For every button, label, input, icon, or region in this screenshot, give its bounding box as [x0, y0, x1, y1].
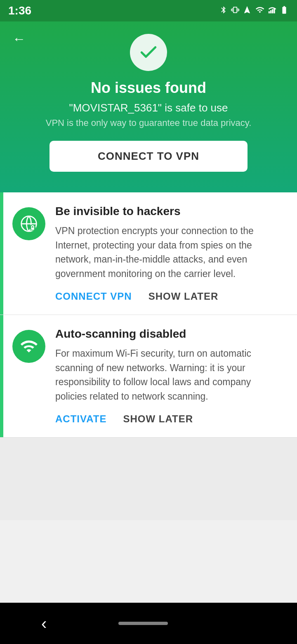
card-actions-scan: ACTIVATE SHOW LATER: [4, 413, 285, 425]
card-content: Be invisible to hackers VPN protection e…: [4, 205, 285, 281]
hero-note: VPN is the only way to guarantee true da…: [46, 118, 252, 128]
svg-rect-1: [270, 10, 271, 13]
nav-back-button[interactable]: ‹: [41, 614, 47, 633]
svg-rect-2: [272, 9, 273, 13]
card-content-2: Auto-scanning disabled For maximum Wi-Fi…: [4, 327, 285, 403]
gray-spacer: [0, 438, 297, 520]
back-button[interactable]: ←: [12, 31, 26, 47]
globe-lock-icon: [20, 215, 38, 233]
show-later-scan-button[interactable]: SHOW LATER: [123, 413, 193, 425]
signal-icon: [268, 5, 276, 17]
connect-to-vpn-button[interactable]: CONNECT TO VPN: [50, 141, 248, 172]
card-body: Be invisible to hackers VPN protection e…: [55, 205, 285, 281]
success-icon-circle: [130, 34, 167, 71]
bottom-nav: ‹: [0, 603, 297, 644]
bluetooth-icon: [219, 5, 228, 17]
vibrate-icon: [231, 5, 239, 17]
hero-section: ← No issues found "MOVISTAR_5361" is saf…: [0, 21, 297, 192]
status-time: 1:36: [8, 4, 31, 17]
checkmark-icon: [138, 42, 159, 63]
vpn-promo-card: Be invisible to hackers VPN protection e…: [0, 192, 297, 315]
connect-vpn-action-button[interactable]: CONNECT VPN: [55, 291, 132, 302]
wifi-status-icon: [255, 5, 265, 17]
card-desc-scan: For maximum Wi-Fi security, turn on auto…: [55, 346, 285, 403]
card-accent-bar: [0, 192, 3, 315]
card-desc-vpn: VPN protection encrypts your connection …: [55, 224, 285, 281]
svg-rect-3: [273, 8, 275, 13]
status-icons: [219, 5, 289, 17]
globe-lock-icon-wrap: [12, 207, 45, 240]
card-title-vpn: Be invisible to hackers: [55, 205, 285, 218]
card-actions-vpn: CONNECT VPN SHOW LATER: [4, 291, 285, 302]
data-icon: [243, 5, 252, 17]
card-title-scan: Auto-scanning disabled: [55, 327, 285, 341]
battery-icon: [280, 5, 289, 17]
wifi-icon: [20, 337, 38, 355]
status-bar: 1:36: [0, 0, 297, 21]
show-later-vpn-button[interactable]: SHOW LATER: [148, 291, 219, 302]
svg-rect-0: [269, 11, 270, 13]
auto-scan-card: Auto-scanning disabled For maximum Wi-Fi…: [0, 315, 297, 438]
card-body-2: Auto-scanning disabled For maximum Wi-Fi…: [55, 327, 285, 403]
hero-title: No issues found: [91, 79, 206, 97]
svg-rect-6: [31, 227, 34, 230]
wifi-icon-wrap: [12, 330, 45, 363]
card-accent-bar-2: [0, 315, 3, 437]
activate-button[interactable]: ACTIVATE: [55, 413, 106, 425]
hero-subtitle: "MOVISTAR_5361" is safe to use: [69, 102, 228, 114]
nav-home-pill[interactable]: [118, 622, 168, 625]
